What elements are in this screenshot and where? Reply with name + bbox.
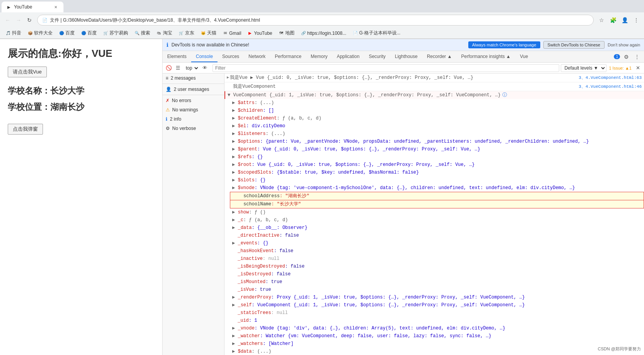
tab-performance[interactable]: Performance bbox=[270, 51, 306, 62]
obj-info-icon[interactable]: ⓘ bbox=[502, 92, 507, 99]
tab-console[interactable]: Console bbox=[191, 51, 218, 62]
obj-line-show[interactable]: ▶ show: ƒ () bbox=[224, 208, 644, 216]
console-line-1-source[interactable]: 3、4.VueComponent.html:63 bbox=[575, 74, 642, 81]
tab-network[interactable]: Network bbox=[244, 51, 270, 62]
reload-button[interactable]: ↻ bbox=[25, 15, 34, 25]
obj-line-vnode[interactable]: ▶ $vnode: VNode {tag: 'vue-component-1-m… bbox=[224, 184, 644, 192]
extensions-button[interactable]: 🧩 bbox=[608, 15, 618, 25]
console-line-2-content: 我是VueComponent bbox=[233, 83, 575, 90]
info-icon: ℹ bbox=[166, 42, 168, 48]
dont-show-again-button[interactable]: Don't show again bbox=[608, 43, 640, 47]
obj-line-events[interactable]: ▶ _events: {} bbox=[224, 239, 644, 247]
bookmark-star-button[interactable]: ☆ bbox=[597, 15, 606, 25]
bookmark-softwareall[interactable]: 📦软件大全 bbox=[25, 29, 55, 37]
obj-line-directinactive: _directInactive: false bbox=[224, 232, 644, 239]
obj-line-watcher[interactable]: ▶ _watcher: Watcher {vm: VueComponent, d… bbox=[224, 332, 644, 340]
address-bar[interactable]: 📄 文件 | G:/360MoveData/Users/静小文/Desktop/… bbox=[37, 15, 594, 26]
active-tab[interactable]: ▶ YouTube ✕ bbox=[2, 2, 63, 12]
obj-line-schooladdress[interactable]: schoolAddress: "湖南长沙" bbox=[230, 192, 644, 200]
obj-line-refs[interactable]: ▶ $refs: {} bbox=[224, 153, 644, 161]
bookmark-suning[interactable]: 🛒苏宁易购 bbox=[101, 29, 130, 37]
bookmark-maps[interactable]: 🗺地图 bbox=[276, 29, 297, 37]
menu-button[interactable]: ⋮ bbox=[632, 15, 641, 25]
obj-line-data2[interactable]: ▶ $data: (...) bbox=[224, 348, 644, 355]
bookmark-baidu1[interactable]: 🔵百度 bbox=[57, 29, 77, 37]
obj-line-root[interactable]: ▶ $root: Vue {_uid: 0, _isVue: true, $op… bbox=[224, 161, 644, 169]
console-filter-toggle[interactable]: ☰ bbox=[174, 64, 182, 72]
expand-icon-1[interactable]: ▶ bbox=[227, 74, 229, 81]
tab-lighthouse[interactable]: Lighthouse bbox=[390, 51, 422, 62]
bookmark-baidu2[interactable]: 🔵百度 bbox=[79, 29, 99, 37]
forward-button[interactable]: → bbox=[14, 15, 23, 25]
obj-line-self[interactable]: ▶ _self: VueComponent {_uid: 1, _isVue: … bbox=[224, 301, 644, 309]
tab-vue[interactable]: Vue bbox=[515, 51, 533, 62]
devtools-settings-button[interactable]: ⚙ bbox=[622, 52, 631, 61]
console-sidebar: ≡ 2 messages 👤 2 user messages ✗ No erro… bbox=[163, 73, 224, 355]
tab-sources[interactable]: Sources bbox=[218, 51, 244, 62]
youtube-icon: ▶ bbox=[247, 31, 253, 36]
obj-line-listeners[interactable]: ▶ $listeners: (...) bbox=[224, 130, 644, 138]
obj-line-attrs[interactable]: ▶ $attrs: (...) bbox=[224, 99, 644, 107]
back-button[interactable]: ← bbox=[3, 15, 12, 25]
log-levels-select[interactable]: Default levels ▼ bbox=[561, 64, 606, 72]
obj-line-createelement[interactable]: ▶ $createElement: ƒ (a, b, c, d) bbox=[224, 114, 644, 122]
obj-line-watchers[interactable]: ▶ _watchers: [Watcher] bbox=[224, 340, 644, 348]
context-selector[interactable]: top bbox=[183, 65, 199, 72]
sidebar-warnings[interactable]: ⚠ No warnings bbox=[163, 105, 224, 114]
sidebar-user-messages[interactable]: 👤 2 user messages bbox=[163, 85, 224, 94]
obj-root-line[interactable]: ▼ VueComponent {_uid: 1, _isVue: true, $… bbox=[224, 91, 644, 99]
profile-button[interactable]: 👤 bbox=[620, 15, 629, 25]
sidebar-errors[interactable]: ✗ No errors bbox=[163, 96, 224, 105]
switch-chinese-button[interactable]: Switch DevTools to Chinese bbox=[543, 41, 605, 49]
tab-elements[interactable]: Elements bbox=[163, 51, 191, 62]
tab-security[interactable]: Security bbox=[364, 51, 390, 62]
obj-line-vnode2[interactable]: ▶ _vnode: VNode {tag: 'div', data: {…}, … bbox=[224, 324, 644, 332]
tab-application[interactable]: Application bbox=[332, 51, 364, 62]
tab-close-button[interactable]: ✕ bbox=[53, 4, 59, 10]
console-line-2: 我是VueComponent 3、4.VueComponent.html:46 bbox=[224, 82, 644, 91]
school-name-section: 学校名称：长沙大学 bbox=[8, 85, 154, 97]
console-clear-button[interactable]: 🚫 bbox=[165, 64, 173, 72]
bookmark-search[interactable]: 🔍搜索 bbox=[132, 29, 152, 37]
obj-line-c[interactable]: ▶ _c: ƒ (a, b, c, d) bbox=[224, 216, 644, 224]
close-sidebar-button[interactable]: ✕ bbox=[634, 64, 642, 72]
console-line-2-source[interactable]: 3、4.VueComponent.html:46 bbox=[575, 83, 642, 90]
bookmark-gmail[interactable]: ✉Gmail bbox=[220, 30, 243, 37]
match-language-button[interactable]: Always match Chrome's language bbox=[468, 41, 540, 48]
warnings-label: No warnings bbox=[172, 107, 198, 113]
bookmark-youtube[interactable]: ▶YouTube bbox=[245, 30, 274, 37]
obj-line-hashookevent: _hasHookEvent: false bbox=[224, 247, 644, 255]
eye-icon[interactable]: 👁 bbox=[201, 64, 209, 72]
bookmark-douyin[interactable]: 🎵抖音 bbox=[3, 29, 24, 37]
obj-line-slots[interactable]: ▶ $slots: {} bbox=[224, 176, 644, 184]
obj-root-expand[interactable]: ▼ bbox=[228, 92, 233, 99]
tab-recorder[interactable]: Recorder ▲ bbox=[422, 51, 457, 62]
school-name-label: 学校名称： bbox=[8, 86, 50, 96]
obj-line-children[interactable]: ▶ $children: [] bbox=[224, 107, 644, 114]
obj-line-options[interactable]: ▶ $options: {parent: Vue, _parentVnode: … bbox=[224, 138, 644, 145]
devtools-more-button[interactable]: ⋮ bbox=[632, 52, 642, 61]
bookmark-jd[interactable]: 🛒京东 bbox=[176, 29, 197, 37]
console-filter-input[interactable] bbox=[212, 64, 559, 72]
sidebar-info[interactable]: ℹ 2 info bbox=[163, 114, 224, 124]
obj-line-scopedslots[interactable]: ▶ $scopedSlots: {$stable: true, $key: un… bbox=[224, 169, 644, 176]
bookmark-login[interactable]: 🔗https://login.1008... bbox=[298, 30, 349, 37]
bookmarks-bar: 🎵抖音 📦软件大全 🔵百度 🔵百度 🛒苏宁易购 🔍搜索 🛍淘宝 🛒京东 🐱天猫 … bbox=[0, 28, 644, 39]
obj-line-data[interactable]: ▶ _data: {__ob__: Observer} bbox=[224, 224, 644, 232]
obj-line-statictrees: _staticTrees: null bbox=[224, 309, 644, 317]
bookmark-tianmao[interactable]: 🐱天猫 bbox=[198, 29, 219, 37]
obj-line-schoolname[interactable]: schoolName: "长沙大学" bbox=[230, 200, 644, 208]
vue-click-button[interactable]: 请点击我Vue bbox=[8, 67, 47, 77]
sidebar-all-messages[interactable]: ≡ 2 messages bbox=[163, 73, 224, 83]
popup-button[interactable]: 点击我弹窗 bbox=[8, 124, 43, 135]
gmail-icon: ✉ bbox=[223, 31, 228, 36]
bookmark-csdn[interactable]: 📄G·格子达本科毕设... bbox=[350, 29, 403, 37]
tab-memory[interactable]: Memory bbox=[306, 51, 332, 62]
tab-performance-insights[interactable]: Performance insights ▲ bbox=[457, 51, 516, 62]
bookmark-taobao[interactable]: 🛍淘宝 bbox=[154, 29, 175, 37]
obj-line-renderproxy[interactable]: ▶ _renderProxy: Proxy {_uid: 1, _isVue: … bbox=[224, 294, 644, 301]
obj-line-el[interactable]: ▶ $el: div.cityDemo bbox=[224, 122, 644, 130]
obj-line-parent[interactable]: ▶ $parent: Vue {_uid: 0, _isVue: true, $… bbox=[224, 145, 644, 153]
sidebar-verbose[interactable]: ⚙ No verbose bbox=[163, 124, 224, 133]
all-messages-icon: ≡ bbox=[166, 75, 168, 81]
